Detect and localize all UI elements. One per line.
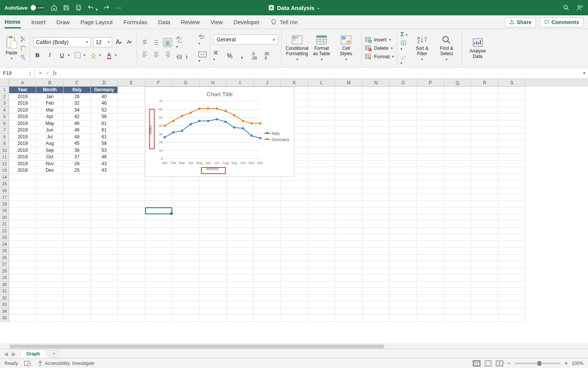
cell[interactable]: 52: [91, 107, 118, 114]
cell[interactable]: [36, 207, 64, 214]
cell[interactable]: Germany: [91, 87, 118, 94]
cell[interactable]: [417, 134, 444, 141]
cell[interactable]: [498, 268, 526, 275]
row-header[interactable]: 5: [0, 113, 9, 120]
cell[interactable]: [281, 194, 308, 201]
row-header[interactable]: 3: [0, 100, 9, 107]
column-header[interactable]: K: [281, 79, 308, 87]
cell[interactable]: [444, 174, 471, 181]
cell[interactable]: [227, 315, 254, 322]
cell[interactable]: [118, 113, 145, 120]
cell[interactable]: [417, 308, 444, 315]
cell[interactable]: [118, 107, 145, 114]
merge-button[interactable]: ▾: [198, 51, 207, 63]
cell[interactable]: [417, 214, 444, 221]
cell[interactable]: [417, 140, 444, 147]
cell[interactable]: [118, 194, 145, 201]
cell[interactable]: [254, 207, 281, 214]
cell[interactable]: [9, 281, 36, 288]
cancel-formula-icon[interactable]: ✕: [38, 70, 42, 76]
cell[interactable]: [363, 187, 390, 194]
cell[interactable]: [363, 94, 390, 100]
cell[interactable]: [91, 201, 118, 208]
tab-home[interactable]: Home: [5, 16, 21, 28]
cell[interactable]: [145, 214, 172, 221]
cell[interactable]: [390, 181, 417, 187]
cell[interactable]: [145, 187, 172, 194]
cell[interactable]: [308, 234, 335, 241]
cell[interactable]: [308, 261, 335, 268]
cell[interactable]: Jul: [36, 134, 64, 141]
cell[interactable]: [145, 301, 172, 308]
cell[interactable]: [281, 221, 308, 228]
cell[interactable]: [9, 248, 36, 255]
cell[interactable]: [172, 281, 199, 288]
cell[interactable]: [308, 221, 335, 228]
row-header[interactable]: 30: [0, 281, 9, 288]
cell[interactable]: [390, 174, 417, 181]
cell[interactable]: [64, 201, 91, 208]
spreadsheet-grid[interactable]: ABCDEFGHIJKLMNOPQRS 12345678910111213141…: [0, 79, 588, 343]
cell[interactable]: [118, 234, 145, 241]
cell[interactable]: [172, 255, 199, 261]
cell[interactable]: [281, 187, 308, 194]
cell[interactable]: [227, 255, 254, 261]
cell[interactable]: [444, 315, 471, 322]
cell[interactable]: [363, 268, 390, 275]
cell[interactable]: 2019: [9, 147, 36, 154]
column-header[interactable]: I: [227, 79, 254, 87]
cell[interactable]: [417, 207, 444, 214]
cell[interactable]: [471, 207, 498, 214]
cell[interactable]: [64, 295, 91, 302]
cell[interactable]: [91, 187, 118, 194]
align-center-icon[interactable]: [152, 49, 161, 59]
cell[interactable]: [390, 207, 417, 214]
cell[interactable]: [227, 248, 254, 255]
cell[interactable]: [498, 87, 526, 94]
cell[interactable]: 56: [91, 113, 118, 120]
cell[interactable]: [118, 167, 145, 174]
cell[interactable]: [36, 248, 64, 255]
cell[interactable]: [444, 140, 471, 147]
cell[interactable]: [417, 268, 444, 275]
cell[interactable]: [308, 274, 335, 281]
undo-dropdown-icon[interactable]: ▾: [96, 7, 98, 12]
cell[interactable]: [227, 268, 254, 275]
cell[interactable]: [390, 248, 417, 255]
cell[interactable]: [444, 255, 471, 261]
cell[interactable]: [91, 268, 118, 275]
cell[interactable]: [308, 201, 335, 208]
cell[interactable]: [498, 295, 526, 302]
cell[interactable]: [254, 228, 281, 235]
cell[interactable]: [9, 221, 36, 228]
cell[interactable]: [335, 241, 363, 248]
cell[interactable]: [444, 274, 471, 281]
cell[interactable]: [471, 228, 498, 235]
sheet-tab-graph[interactable]: Graph: [20, 350, 46, 358]
cell[interactable]: [145, 274, 172, 281]
cell[interactable]: [172, 241, 199, 248]
cell[interactable]: [308, 174, 335, 181]
cell[interactable]: 61: [91, 127, 118, 134]
cell[interactable]: 46: [91, 154, 118, 161]
cell[interactable]: [471, 221, 498, 228]
cell[interactable]: [471, 187, 498, 194]
cell[interactable]: [335, 315, 363, 322]
cell[interactable]: [36, 274, 64, 281]
cell[interactable]: [199, 234, 227, 241]
italic-button[interactable]: I: [46, 51, 54, 59]
cell[interactable]: [91, 315, 118, 322]
cell[interactable]: [363, 154, 390, 161]
cell[interactable]: [91, 234, 118, 241]
cell[interactable]: [363, 181, 390, 187]
row-header[interactable]: 17: [0, 194, 9, 201]
cell[interactable]: [444, 161, 471, 168]
cell[interactable]: [281, 207, 308, 214]
cell[interactable]: [498, 308, 526, 315]
cell[interactable]: [64, 234, 91, 241]
cell[interactable]: [390, 234, 417, 241]
cell[interactable]: [281, 315, 308, 322]
cell[interactable]: 34: [64, 107, 91, 114]
cell[interactable]: [227, 261, 254, 268]
cell[interactable]: [172, 308, 199, 315]
